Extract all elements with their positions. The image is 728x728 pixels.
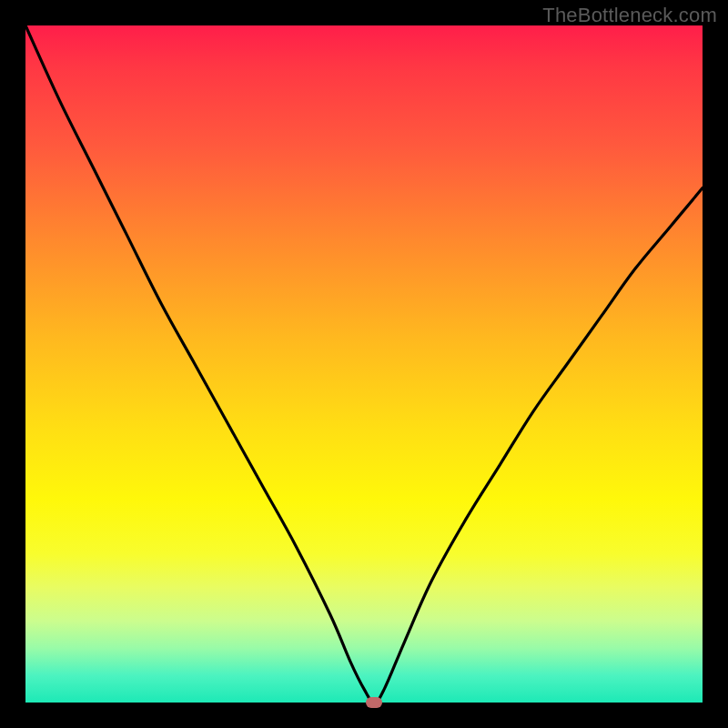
watermark-label: TheBottleneck.com	[542, 4, 717, 27]
bottleneck-curve	[25, 25, 703, 703]
curve-svg	[25, 25, 703, 703]
minimum-marker	[366, 697, 382, 708]
plot-area	[25, 25, 703, 703]
chart-frame: TheBottleneck.com	[0, 0, 728, 728]
